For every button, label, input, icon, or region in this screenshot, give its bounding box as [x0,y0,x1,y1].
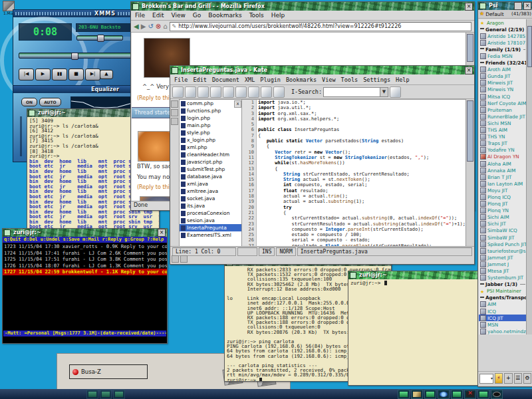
taskbar-app-icon[interactable] [113,390,125,399]
contact-row[interactable]: Mirweis JIT [479,80,527,86]
code-line[interactable]: 13 { [242,166,466,172]
contact-row[interactable]: Al Dragon YN [479,154,527,160]
contact-row[interactable]: Sichi MSN [479,120,527,126]
mutt-message-row[interactable]: 1727 11/15/04 22:59 brokkentwolf - 1.1K … [3,269,167,275]
tray-app-icon[interactable] [491,390,503,399]
contact-row[interactable]: SimbaW ICQ [479,227,527,234]
contact-row[interactable]: Ian Layton AIM [479,180,527,187]
contact-row[interactable]: Annaka AIM [479,167,527,174]
contact-row[interactable]: Aloha AIM [479,160,527,167]
contact-row[interactable]: Aristide 17810718 [479,39,527,46]
window-menu-icon[interactable] [172,67,178,74]
file-list-item[interactable]: submitTest.php [180,166,242,173]
taskbar-app-icon[interactable] [86,390,98,399]
contact-row[interactable]: Pruiteman [479,106,527,113]
file-list-item[interactable]: its.java [180,202,242,209]
contact-row[interactable]: Mtesa JIT [479,267,527,274]
psi-scrollbar-thumb[interactable] [527,26,532,67]
contact-row[interactable]: Sichi AIM [479,214,527,221]
next-track-button[interactable]: ▶| [85,68,100,80]
menu-tools[interactable]: Tools [341,76,358,83]
menu-bookmarks[interactable]: Bookmarks [286,76,317,83]
open-file-icon[interactable] [185,86,196,98]
window-menu-icon[interactable] [350,272,356,279]
home-icon[interactable]: ⌂ [163,23,167,31]
close-icon[interactable]: × [465,3,473,11]
xmms-volume-slider[interactable] [76,35,123,41]
contact-row[interactable]: Fedia MSN [479,53,527,59]
close-icon[interactable]: × [465,66,473,74]
kate-editor[interactable]: 1 import java.io.*; 2 import java.util.*… [241,99,466,247]
tip-icon[interactable] [172,255,179,263]
url-bar[interactable]: ✎ http://www.livejournal.com/users/brokk… [170,22,471,31]
file-list-item[interactable]: xml.java [180,180,242,188]
menu-view[interactable]: View [322,76,335,83]
undo-icon[interactable] [223,86,234,98]
code-line[interactable]: 3 import org.xml.sax.*; [242,111,466,116]
code-line[interactable]: 8 public static Vector parseEstados(Stri… [242,138,466,144]
terminal-toggle-icon[interactable] [171,118,178,125]
busa-z-button[interactable]: Busa-Z [69,364,148,379]
tray-app-icon[interactable] [464,390,476,399]
contact-row[interactable]: PSI Maintainer [479,288,527,295]
menu-bookmarks[interactable]: Bookmarks [208,12,241,19]
contact-row[interactable]: Traps JIT [479,140,527,147]
copy-icon[interactable] [261,86,272,98]
file-list-item[interactable]: ExamenesITS.xml [180,231,242,239]
contact-row[interactable]: yahoo.netmindz... [479,328,527,334]
contact-row[interactable]: Plonq JIT [479,201,527,207]
forward-icon[interactable]: ▶ [141,23,146,31]
contact-row[interactable]: THS AIM [479,127,527,134]
psi-contact-list[interactable]: Aragon General (2/19) Aristide 142785 Ar… [479,19,527,334]
paste-icon[interactable] [273,86,285,98]
menu-go[interactable]: Go [193,12,201,19]
back-icon[interactable]: ◀ [134,23,139,31]
code-line[interactable]: 14 String strCurrentEstado, strCurrentRe… [242,172,466,177]
pause-button[interactable]: ▮▮ [52,68,67,80]
code-line[interactable]: 21 { [242,210,466,215]
mutt-message-row[interactable]: 1723 11/15/04 17:30 xavier_rotts - 0.9K … [3,243,167,250]
code-line[interactable]: 9 { [242,144,466,149]
redo-icon[interactable] [235,86,247,98]
filelist-toggle-icon[interactable] [171,100,178,108]
window-menu-icon[interactable] [132,3,139,10]
code-line[interactable]: 22 strCurrentEstado= actual.substring(0,… [242,215,466,221]
mutt-message-row[interactable]: 1726 11/15/04 18:07 furahi - LJ Com 1.3K… [3,263,167,269]
file-list-item[interactable]: procesaConexion [180,209,242,217]
cut-icon[interactable] [248,86,259,98]
contact-row[interactable]: Systemburn JIT [479,275,527,281]
code-line[interactable]: 25 estado = compuesto / 100; [242,232,466,237]
code-line[interactable]: 1 import java.io.*; [242,100,466,105]
code-line[interactable]: 18 actual = actual.trim(); [242,194,466,199]
contact-row[interactable]: tauriefosteur@s... [479,247,527,254]
groupchat-icon[interactable]: ☰ [514,373,522,384]
new-file-icon[interactable] [172,86,184,98]
editor-scrollbar-thumb[interactable] [467,100,473,162]
previous-track-button[interactable]: |◀ [19,68,34,80]
tray-app-icon[interactable] [398,390,410,399]
xmms-volume-thumb[interactable] [97,35,104,42]
fileselector-toggle-icon[interactable] [171,109,178,116]
menu-file[interactable]: File [135,12,145,19]
play-button[interactable]: ▶ [35,68,51,80]
kate-file-list[interactable]: x comm.php functions.php login.php [179,99,243,247]
save-icon[interactable] [198,86,209,98]
eq-auto-button[interactable]: AUTO [39,98,61,106]
psi-scrollbar[interactable] [526,19,532,334]
firefox-titlebar[interactable]: Brokken's Bar and Grill - - Mozilla Fire… [131,2,474,11]
tray-app-icon[interactable] [424,390,436,399]
contact-row[interactable]: Jammet J [479,261,527,267]
shade-icon[interactable] [514,2,522,10]
account-setup-icon[interactable]: ⚙ [523,373,531,384]
code-line[interactable]: 11 StringTokenizer st = new StringTokeni… [242,155,466,160]
code-line[interactable]: 16 int compuesto, estado, serial; [242,182,466,188]
psi-titlebar[interactable]: Psi × [478,2,532,10]
contact-row[interactable]: Friends (32/241) [479,60,527,66]
close-icon[interactable]: × [158,229,166,237]
file-list-item[interactable]: xml.php [180,144,242,151]
contact-row[interactable]: Family (1/19) [479,46,527,53]
contact-row[interactable]: SimbaW JIT [479,234,527,241]
event-notify-icon[interactable]: ⚡ [495,373,503,384]
reload-icon[interactable]: ↺ [148,23,153,31]
code-line[interactable]: 19 actual = actual.substring(1); [242,199,466,204]
